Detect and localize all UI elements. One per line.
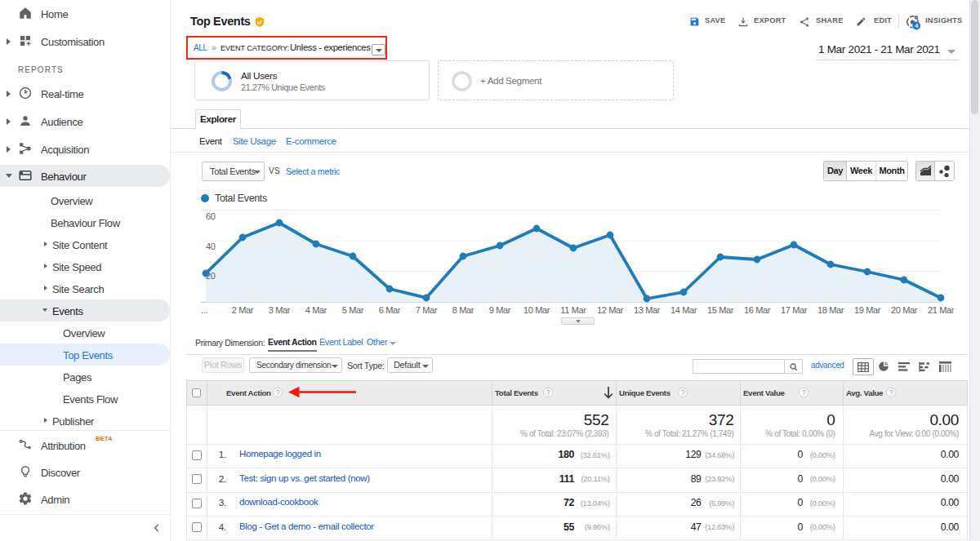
svg-text:19 Mar: 19 Mar [854,305,881,315]
svg-text:14 Mar: 14 Mar [670,305,697,315]
svg-text:...: ... [201,305,207,315]
svg-text:40: 40 [206,242,216,251]
svg-text:7 Mar: 7 Mar [416,305,438,315]
svg-text:9 Mar: 9 Mar [489,305,511,315]
svg-text:15 Mar: 15 Mar [707,305,734,315]
svg-text:16 Mar: 16 Mar [744,305,771,315]
svg-text:8 Mar: 8 Mar [452,305,474,315]
svg-text:13 Mar: 13 Mar [634,305,661,315]
svg-text:12 Mar: 12 Mar [597,305,624,315]
svg-text:20 Mar: 20 Mar [891,305,918,315]
svg-text:10 Mar: 10 Mar [523,305,550,315]
svg-text:21 Mar: 21 Mar [928,305,955,315]
svg-text:5 Mar: 5 Mar [342,305,364,315]
svg-text:17 Mar: 17 Mar [781,305,808,315]
svg-text:2 Mar: 2 Mar [232,305,254,315]
svg-text:18 Mar: 18 Mar [817,305,844,315]
svg-text:4 Mar: 4 Mar [305,305,327,315]
svg-text:60: 60 [206,211,216,221]
svg-text:11 Mar: 11 Mar [560,305,586,315]
svg-text:3 Mar: 3 Mar [269,305,291,315]
svg-text:6 Mar: 6 Mar [379,305,401,315]
